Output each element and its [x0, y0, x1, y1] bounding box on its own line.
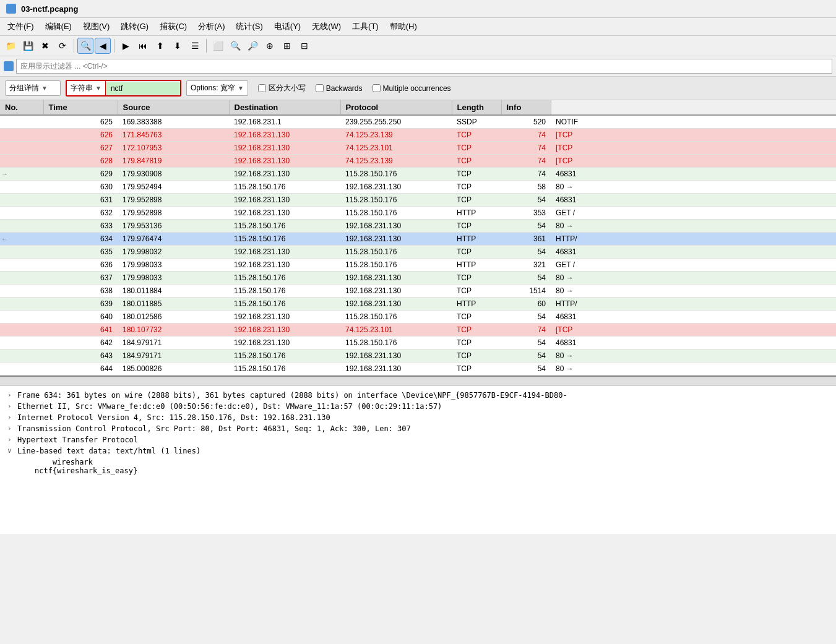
row-arrow: [0, 259, 43, 272]
backwards-checkbox[interactable]: [316, 84, 324, 92]
table-row[interactable]: 640180.012586192.168.231.130115.28.150.1…: [0, 311, 836, 324]
type-dropdown[interactable]: 字符串 ▼: [67, 81, 106, 95]
row-arrow: [0, 337, 43, 350]
detail-line[interactable]: ›Ethernet II, Src: VMware_fe:dc:e0 (00:5…: [5, 401, 831, 412]
horizontal-scrollbar[interactable]: [0, 377, 836, 385]
cell-time: 184.979171: [118, 350, 229, 363]
col-header-time[interactable]: Time: [43, 100, 118, 115]
detail-line[interactable]: ›Hypertext Transfer Protocol: [5, 434, 831, 445]
toolbar-prev-btn[interactable]: ⬆: [152, 38, 168, 54]
scope-dropdown[interactable]: 分组详情 ▼: [5, 80, 61, 96]
menu-item-s[interactable]: 统计(S): [231, 19, 267, 34]
toolbar-zoom-fit-btn[interactable]: ⊕: [262, 38, 278, 54]
table-row[interactable]: 636179.998033192.168.231.130115.28.150.1…: [0, 259, 836, 272]
table-row[interactable]: 632179.952898192.168.231.130115.28.150.1…: [0, 207, 836, 220]
case-sensitive-option[interactable]: 区分大小写: [258, 83, 306, 93]
toolbar-first-btn[interactable]: ⏮: [135, 38, 151, 54]
menu-item-w[interactable]: 无线(W): [307, 19, 346, 34]
toolbar-color-btn[interactable]: ⬜: [210, 38, 226, 54]
cell-time: 171.845763: [118, 129, 229, 142]
window-title: 03-nctf.pcapng: [21, 4, 78, 14]
toolbar: 📁 💾 ✖ ⟳ 🔍 ◀ ▶ ⏮ ⬆ ⬇ ☰ ⬜ 🔍 🔎 ⊕ ⊞ ⊟: [0, 36, 836, 56]
table-row[interactable]: 627172.107953192.168.231.13074.125.23.10…: [0, 142, 836, 155]
table-row[interactable]: 643184.979171115.28.150.176192.168.231.1…: [0, 350, 836, 363]
col-header-protocol[interactable]: Protocol: [340, 100, 452, 115]
col-header-info[interactable]: Info: [501, 100, 551, 115]
cell-time: 185.000826: [118, 363, 229, 376]
toolbar-columns-btn[interactable]: ⊟: [296, 38, 312, 54]
menu-item-f[interactable]: 文件(F): [2, 19, 39, 34]
toolbar-list-btn[interactable]: ☰: [187, 38, 203, 54]
backwards-option[interactable]: Backwards: [316, 84, 363, 93]
table-row[interactable]: 625169.383388192.168.231.1239.255.255.25…: [0, 115, 836, 129]
filter-input[interactable]: [16, 59, 832, 74]
menu-item-g[interactable]: 跳转(G): [116, 19, 153, 34]
cell-no: 630: [43, 181, 118, 194]
menu-item-v[interactable]: 视图(V): [78, 19, 114, 34]
table-row[interactable]: 633179.953136115.28.150.176192.168.231.1…: [0, 220, 836, 233]
cell-info: 80 →: [551, 181, 836, 194]
case-sensitive-checkbox[interactable]: [258, 84, 266, 92]
toolbar-down-btn[interactable]: ⬇: [170, 38, 186, 54]
table-row[interactable]: 631179.952898192.168.231.130115.28.150.1…: [0, 194, 836, 207]
toolbar-open-btn[interactable]: 📁: [2, 38, 19, 54]
table-row[interactable]: →629179.930908192.168.231.130115.28.150.…: [0, 168, 836, 181]
filter-bar: [0, 56, 836, 77]
cell-source: 115.28.150.176: [229, 181, 340, 194]
col-header-destination[interactable]: Destination: [229, 100, 340, 115]
table-row[interactable]: 637179.998033115.28.150.176192.168.231.1…: [0, 272, 836, 285]
detail-line[interactable]: ›Transmission Control Protocol, Src Port…: [5, 423, 831, 434]
detail-line[interactable]: ∨Line-based text data: text/html (1 line…: [5, 445, 831, 457]
detail-child-text: wiresharknctf{wireshark_is_easy}: [20, 458, 137, 475]
col-header-source[interactable]: Source: [118, 100, 229, 115]
table-row[interactable]: 626171.845763192.168.231.13074.125.23.13…: [0, 129, 836, 142]
cell-info: GET /: [551, 259, 836, 272]
cell-time: 184.979171: [118, 337, 229, 350]
title-bar: 03-nctf.pcapng: [0, 0, 836, 18]
table-row[interactable]: 641180.107732192.168.231.13074.125.23.10…: [0, 324, 836, 337]
toolbar-find-btn[interactable]: 🔍: [77, 38, 93, 54]
menu-item-a[interactable]: 分析(A): [193, 19, 230, 34]
table-row[interactable]: 642184.979171192.168.231.130115.28.150.1…: [0, 337, 836, 350]
toolbar-save-btn[interactable]: 💾: [20, 38, 36, 54]
menu-item-y[interactable]: 电话(Y): [269, 19, 306, 34]
toolbar-reload-btn[interactable]: ⟳: [54, 38, 71, 54]
multiple-checkbox[interactable]: [373, 84, 381, 92]
menu-item-h[interactable]: 帮助(H): [385, 19, 422, 34]
toolbar-zoom-in-btn[interactable]: 🔍: [227, 38, 243, 54]
cell-info: 80 →: [551, 220, 836, 233]
toolbar-go-btn[interactable]: ◀: [95, 38, 111, 54]
width-dropdown[interactable]: Options: 宽窄 ▼: [186, 80, 248, 96]
toolbar-next-btn[interactable]: ▶: [118, 38, 134, 54]
toolbar-zoom-out-btn[interactable]: 🔎: [244, 38, 261, 54]
table-row[interactable]: 638180.011884115.28.150.176192.168.231.1…: [0, 285, 836, 298]
menu-item-e[interactable]: 编辑(E): [40, 19, 77, 34]
menu-item-c[interactable]: 捕获(C): [155, 19, 192, 34]
multiple-option[interactable]: Multiple occurrences: [373, 84, 451, 93]
table-row[interactable]: 628179.847819192.168.231.13074.125.23.13…: [0, 155, 836, 168]
detail-line[interactable]: ›Internet Protocol Version 4, Src: 115.2…: [5, 412, 831, 423]
table-row[interactable]: 630179.952494115.28.150.176192.168.231.1…: [0, 181, 836, 194]
find-text-input[interactable]: [106, 82, 180, 95]
menu-item-t[interactable]: 工具(T): [347, 19, 384, 34]
cell-time: 179.998033: [118, 272, 229, 285]
packet-table: No. Time Source Destination Protocol Len…: [0, 100, 836, 376]
table-row[interactable]: 644185.000826115.28.150.176192.168.231.1…: [0, 363, 836, 376]
cell-no: 632: [43, 207, 118, 220]
cell-no: 633: [43, 220, 118, 233]
col-header-no[interactable]: No.: [0, 100, 43, 115]
col-header-length[interactable]: Length: [452, 100, 501, 115]
cell-info: HTTP/: [551, 233, 836, 246]
detail-line[interactable]: wiresharknctf{wireshark_is_easy}: [5, 457, 831, 476]
cell-source: 115.28.150.176: [229, 350, 340, 363]
toolbar-expand-btn[interactable]: ⊞: [279, 38, 295, 54]
table-row[interactable]: 635179.998032192.168.231.130115.28.150.1…: [0, 246, 836, 259]
cell-length: 60: [501, 298, 551, 311]
toolbar-close-btn[interactable]: ✖: [37, 38, 53, 54]
cell-length: 321: [501, 259, 551, 272]
cell-no: 629: [43, 168, 118, 181]
table-row[interactable]: ←634179.976474115.28.150.176192.168.231.…: [0, 233, 836, 246]
table-row[interactable]: 639180.011885115.28.150.176192.168.231.1…: [0, 298, 836, 311]
detail-line[interactable]: ›Frame 634: 361 bytes on wire (2888 bits…: [5, 390, 831, 401]
detail-text: Transmission Control Protocol, Src Port:…: [17, 424, 411, 433]
